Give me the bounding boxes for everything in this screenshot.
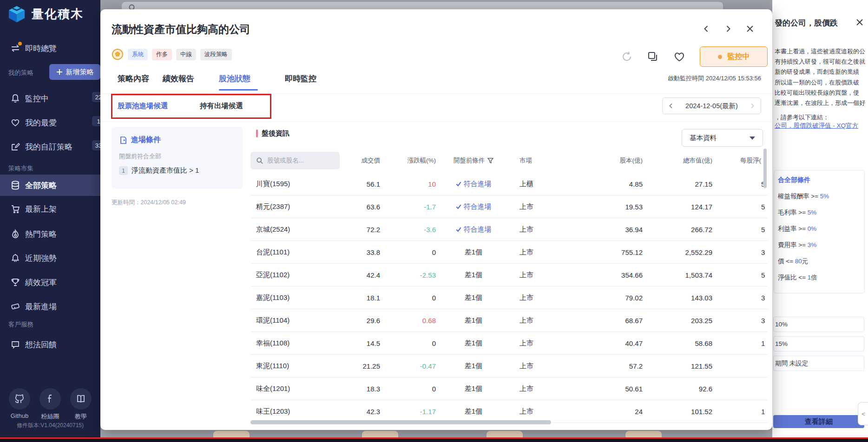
market-cell: 上市 [511,362,558,370]
table-row[interactable]: 味王(1203)42.3-1.17差1個上市24101.521 [250,400,768,423]
panel-paragraph: 本書上看過，這些被過度追殺的公有持續投入研發，很可能在之後就新的研發成果，而創造… [775,46,865,123]
close-modal-icon[interactable] [745,24,755,33]
sidebar-item-label: 最新上架 [25,204,57,214]
sidebar-item-newest[interactable]: 最新上架 [0,202,100,216]
stock-name: 京城(2524) [250,225,349,234]
view-detail-button[interactable]: 查看詳細 [773,415,864,428]
marketcap-cell: 266.72 [643,226,712,234]
sidebar-item-label: 熱門策略 [25,229,57,240]
search-icon [128,4,137,9]
table-row[interactable]: 亞泥(1102)42.4-2.53差1個上市354.661,503.745 [250,264,768,286]
modal-title: 流動性資產市值比夠高的公司 [112,22,250,37]
collapse-handle[interactable]: < [858,402,868,425]
col-header-condition[interactable]: 開盤前條件 [436,156,511,165]
table-row[interactable]: 精元(2387)63.6-1.7符合進場上市19.53124.175 [250,195,768,218]
medal-icon [112,48,124,60]
sidebar-item-favorites[interactable]: 我的最愛 [0,115,100,130]
sidebar-item-latest-entry[interactable]: 最新進場 [0,299,100,314]
change-cell: 0.68 [380,317,436,325]
pershare-cell: 5 [712,180,768,188]
table-row[interactable]: 幸福(1108)14.50差1個上市40.4758.681 [250,332,768,355]
stock-table-rows: 川寶(1595)56.110符合進場上櫃4.8527.155精元(2387)63… [250,173,768,423]
col-header-pershare: 每股淨( [712,156,768,165]
notification-dot [18,42,22,46]
refresh-icon[interactable] [621,51,633,63]
sidebar-item-all-strategies[interactable]: 全部策略 [0,175,100,196]
entry-condition-row: 1 淨流動資產市值比 > 1 [119,166,236,175]
table-row[interactable]: 味全(1201)18.30差1個上市50.6192.6 [250,377,768,400]
table-row[interactable]: 嘉泥(1103)18.10差1個上市79.02143.033 [250,286,768,309]
date-next-icon[interactable] [750,103,755,109]
data-view-select[interactable]: 基本資料 [682,129,763,147]
next-strategy-icon[interactable] [723,24,733,33]
check-icon-label: 符合進場 [464,202,492,211]
tab-pool-status[interactable]: 股池狀態 [219,73,250,84]
tutorial-link[interactable]: 教學 [70,388,92,421]
document-icon [119,136,127,144]
strategy-info-panel: 發的公司，股價跌 本書上看過，這些被過度追殺的公有持續投入研發，很可能在之後就新… [772,0,868,439]
tag-row: 系統 作多 中線 波段策略 [112,48,232,60]
tab-performance-report[interactable]: 績效報告 [163,73,194,84]
sidebar-item-monitoring[interactable]: 監控中 [0,91,100,106]
sidebar: 量化積木 即時總覽 我的策略 新增策略 監控中 22 我的最愛 [0,0,100,439]
paragraph-line: 本書上看過，這些被過度追殺的公 [775,46,865,57]
stock-search-input[interactable]: 股號或股名... [250,152,340,169]
sidebar-item-custom-strategies[interactable]: 我的自訂策略 [0,139,100,154]
change-cell: -1.7 [380,203,436,211]
sidebar-item-overview[interactable]: 即時總覽 [0,41,100,56]
stock-name: 川寶(1595) [250,180,349,188]
monitoring-button[interactable]: 監控中 [700,46,768,67]
capital-cell: 36.94 [558,226,643,234]
table-header-row: 股號或股名... 成交價 漲跌幅(%) 開盤前條件 市場 股本(億) 總市值(億… [250,149,768,173]
market-cell: 上市 [511,339,558,348]
marketcap-cell: 1,503.74 [643,271,712,279]
tab-strategy-content[interactable]: 策略內容 [118,73,149,84]
subtab-exit-candidates[interactable]: 持有出場候選 [200,101,243,111]
panel-condition: 淨值比 <= 1倍 [778,273,864,282]
capital-cell: 57.2 [558,362,643,370]
sidebar-item-strong[interactable]: 近期強勢 [0,251,100,266]
table-row[interactable]: 台泥(1101)33.80差1個上市755.122,552.293 [250,241,768,264]
close-icon[interactable] [856,19,863,26]
add-strategy-button[interactable]: 新增策略 [49,64,100,80]
sidebar-item-hot[interactable]: 熱門策略 [0,227,100,241]
copy-icon[interactable] [647,51,659,63]
horizontal-scrollbar[interactable] [250,420,551,424]
sidebar-item-feedback[interactable]: 想法回饋 [0,337,100,352]
flame-icon [10,229,20,239]
date-navigator[interactable]: 2024-12-05(最新) [662,98,761,114]
social-label: 教學 [75,412,87,421]
date-prev-icon[interactable] [668,103,674,109]
social-label: Github [11,412,28,419]
sidebar-item-label: 我的最愛 [25,117,57,128]
info-row: 期間 未設定 [773,356,864,371]
stock-name: 味全(1201) [250,384,349,393]
capital-cell: 68.67 [558,317,643,325]
facebook-link[interactable]: 粉絲團 [39,388,61,421]
vertical-scrollbar[interactable] [763,149,767,188]
prev-strategy-icon[interactable] [702,24,711,33]
table-row[interactable]: 京城(2524)72.2-3.6符合進場上市36.94266.725 [250,218,768,241]
change-cell: 0 [380,385,436,393]
bell-icon [10,93,20,104]
logo-cube-icon [7,4,27,24]
panel-link[interactable]: 公司，股價跌破淨值 - XQ官方 [775,122,858,130]
panel-condition: 毛利率 >= 5% [778,208,864,217]
filter-funnel-icon[interactable] [487,158,493,164]
condition-cell: 差1個 [436,339,511,348]
change-cell: -2.53 [380,271,436,279]
stock-name: 東泥(1110) [250,362,349,370]
github-link[interactable]: Github [9,388,30,421]
monitor-start-time: 啟動監控時間 2024/12/05 15:53:56 [668,74,761,83]
app-logo[interactable]: 量化積木 [7,4,84,24]
table-row[interactable]: 東泥(1110)21.25-0.47差1個上市57.2121.55 [250,355,768,377]
sidebar-item-champion[interactable]: 績效冠軍 [0,275,100,290]
stock-name: 精元(2387) [250,202,349,211]
subtab-entry-candidates[interactable]: 股票池進場候選 [118,101,168,111]
condition-cell: 差1個 [436,316,511,325]
tab-realtime-monitor[interactable]: 即時監控 [285,73,316,84]
table-row[interactable]: 川寶(1595)56.110符合進場上櫃4.8527.155 [250,173,768,195]
favorite-heart-icon[interactable] [673,51,686,63]
table-row[interactable]: 環泥(1104)29.60.68差1個上市68.67203.253 [250,309,768,332]
pershare-cell: 1 [712,408,768,416]
